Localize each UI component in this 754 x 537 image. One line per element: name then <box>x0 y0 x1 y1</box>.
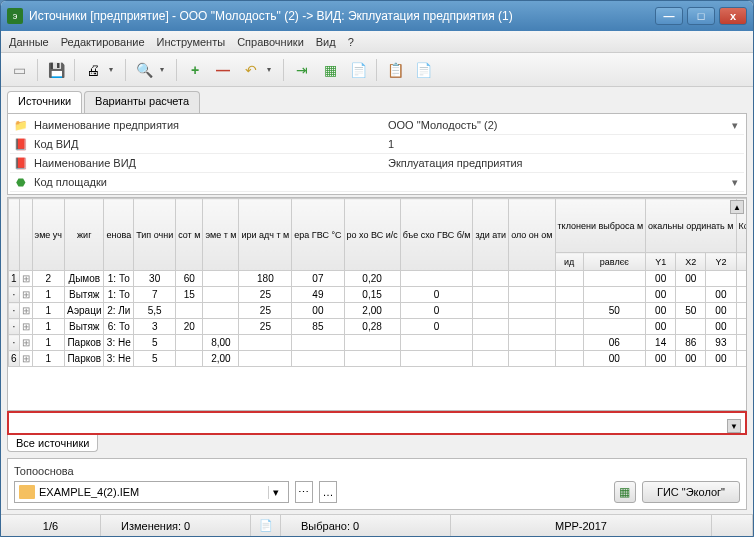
info-row-site-code: ⬣ Код площадки ▾ <box>10 173 744 192</box>
table-row[interactable]: ·⊞1Аэраци2: Ли5,525002,00050005000500050… <box>9 303 748 319</box>
dash-button[interactable]: ⋯ <box>295 481 313 503</box>
undo-dropdown-icon[interactable]: ▾ <box>267 65 277 74</box>
folder-icon <box>19 485 35 499</box>
enterprise-value[interactable]: ООО "Молодость" (2) <box>384 119 726 131</box>
vid-name-value[interactable]: Экплуатация предприятия <box>384 157 744 169</box>
book-icon: 📕 <box>12 136 30 152</box>
status-changes: Изменения: 0 <box>101 515 251 536</box>
tab-variants[interactable]: Варианты расчета <box>84 91 200 113</box>
table-row[interactable]: 6⊞1Парков3: Не52,00000000000000001рас955… <box>9 351 748 367</box>
table-row[interactable]: ·⊞1Парков3: Не58,00061486930614861рас955… <box>9 335 748 351</box>
rect-icon[interactable]: ▭ <box>7 58 31 82</box>
site-code-label: Код площадки <box>32 176 384 188</box>
to-right-icon[interactable]: ⇥ <box>290 58 314 82</box>
menu-view[interactable]: Вид <box>316 36 336 48</box>
document-icon[interactable]: 📄 <box>346 58 370 82</box>
gis-button[interactable]: ГИС "Эколог" <box>642 481 740 503</box>
search-icon[interactable]: 🔍 <box>132 58 156 82</box>
chevron-down-icon[interactable]: ▾ <box>726 176 744 189</box>
paste-icon[interactable]: 📄 <box>411 58 435 82</box>
search-dropdown-icon[interactable]: ▾ <box>160 65 170 74</box>
close-button[interactable]: x <box>719 7 747 25</box>
sources-grid[interactable]: эме уч жиг енова Тип очни сот м эме т м … <box>7 197 747 411</box>
ellipsis-button[interactable]: … <box>319 481 337 503</box>
enterprise-label: Наименование предприятия <box>32 119 384 131</box>
remove-icon[interactable]: — <box>211 58 235 82</box>
menubar: Данные Редактирование Инструменты Справо… <box>1 31 753 53</box>
topo-file-input[interactable]: EXAMPLE_4(2).IEM ▾ <box>14 481 289 503</box>
chevron-down-icon[interactable]: ▾ <box>268 486 284 499</box>
toolbar: ▭ 💾 🖨 ▾ 🔍 ▾ + — ↶ ▾ ⇥ ▦ 📄 📋 📄 <box>1 53 753 87</box>
tab-all-sources[interactable]: Все источники <box>7 435 98 452</box>
document-icon: 📄 <box>251 515 281 536</box>
scroll-down-icon[interactable]: ▼ <box>727 419 741 433</box>
print-icon[interactable]: 🖨 <box>81 58 105 82</box>
gis-label: ГИС "Эколог" <box>657 486 725 498</box>
add-icon[interactable]: + <box>183 58 207 82</box>
vid-name-label: Наименование ВИД <box>32 157 384 169</box>
main-tabs: Источники Варианты расчета <box>7 91 747 113</box>
scroll-up-icon[interactable]: ▲ <box>730 200 744 214</box>
tab-sources[interactable]: Источники <box>7 91 82 113</box>
table-row[interactable]: ·⊞1Вытяж6: То32025850,28000001рас1323773… <box>9 319 748 335</box>
table-row[interactable]: 1⊞2Дымов1: То3060180070,2000001рас014559… <box>9 271 748 287</box>
map-icon-button[interactable]: ▦ <box>614 481 636 503</box>
copy-icon[interactable]: 📋 <box>383 58 407 82</box>
print-dropdown-icon[interactable]: ▾ <box>109 65 119 74</box>
menu-edit[interactable]: Редактирование <box>61 36 145 48</box>
status-position: 1/6 <box>1 515 101 536</box>
save-icon[interactable]: 💾 <box>44 58 68 82</box>
vid-code-value[interactable]: 1 <box>384 138 744 150</box>
info-row-vid-name: 📕 Наименование ВИД Экплуатация предприят… <box>10 154 744 173</box>
folder-icon: 📁 <box>12 117 30 133</box>
menu-help[interactable]: ? <box>348 36 354 48</box>
menu-data[interactable]: Данные <box>9 36 49 48</box>
info-row-enterprise: 📁 Наименование предприятия ООО "Молодост… <box>10 116 744 135</box>
titlebar[interactable]: э Источники [предприятие] - ООО "Молодос… <box>1 1 753 31</box>
chevron-down-icon[interactable]: ▾ <box>726 119 744 132</box>
maximize-button[interactable]: □ <box>687 7 715 25</box>
content-area: Источники Варианты расчета 📁 Наименовани… <box>1 87 753 514</box>
menu-tools[interactable]: Инструменты <box>157 36 226 48</box>
tag-icon: ⬣ <box>12 174 30 190</box>
topo-file-name: EXAMPLE_4(2).IEM <box>39 486 268 498</box>
undo-icon[interactable]: ↶ <box>239 58 263 82</box>
app-icon: э <box>7 8 23 24</box>
vid-code-label: Код ВИД <box>32 138 384 150</box>
topo-panel: Топооснова EXAMPLE_4(2).IEM ▾ ⋯ … ▦ ГИС … <box>7 458 747 510</box>
info-row-vid-code: 📕 Код ВИД 1 <box>10 135 744 154</box>
status-mrr: МРР-2017 <box>451 515 712 536</box>
book-icon: 📕 <box>12 155 30 171</box>
menu-refs[interactable]: Справочники <box>237 36 304 48</box>
minimize-button[interactable]: — <box>655 7 683 25</box>
table-row[interactable]: ·⊞1Вытяж1: То71525490,15000001рас3490501… <box>9 287 748 303</box>
info-panel: 📁 Наименование предприятия ООО "Молодост… <box>7 113 747 195</box>
topo-label: Топооснова <box>14 465 740 477</box>
app-window: э Источники [предприятие] - ООО "Молодос… <box>0 0 754 537</box>
window-title: Источники [предприятие] - ООО "Молодость… <box>29 9 655 23</box>
grid-icon[interactable]: ▦ <box>318 58 342 82</box>
statusbar: 1/6 Изменения: 0 📄 Выбрано: 0 МРР-2017 <box>1 514 753 536</box>
status-selected: Выбрано: 0 <box>281 515 451 536</box>
